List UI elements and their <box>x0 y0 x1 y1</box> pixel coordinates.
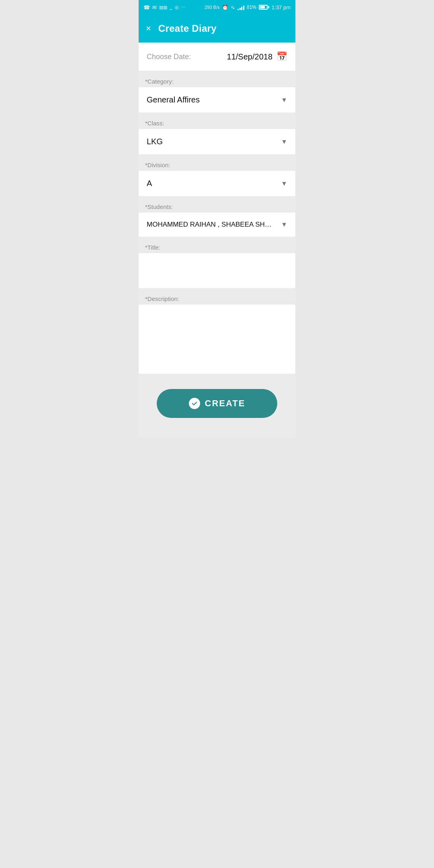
more-icon: ⋯ <box>181 5 186 10</box>
category-section: *Category: General Affires ▼ <box>139 74 295 113</box>
division-dropdown[interactable]: A ▼ <box>139 171 295 196</box>
alarm-icon: ⏰ <box>222 4 228 10</box>
students-dropdown-arrow: ▼ <box>281 221 287 228</box>
description-input[interactable] <box>145 310 289 366</box>
division-value: A <box>147 179 152 188</box>
create-button[interactable]: CREATE <box>157 389 278 418</box>
date-picker-row[interactable]: Choose Date: 11/Sep/2018 📅 <box>139 43 295 71</box>
status-bar: ☎ ✉ ▤▤ ⎯ ◎ ⋯ 293 B/s ⏰ ∿ 81% 1:37 pm <box>139 0 295 14</box>
check-icon <box>189 398 200 409</box>
battery-percent: 81% <box>247 4 256 10</box>
title-label: *Title: <box>139 240 295 253</box>
description-label: *Description: <box>139 291 295 305</box>
category-dropdown[interactable]: General Affires ▼ <box>139 87 295 113</box>
category-label: *Category: <box>139 74 295 87</box>
status-icons-left: ☎ ✉ ▤▤ ⎯ ◎ ⋯ <box>143 4 186 10</box>
division-section: *Division: A ▼ <box>139 158 295 196</box>
date-label: Choose Date: <box>147 53 191 61</box>
signal-icon <box>237 5 244 10</box>
description-section: *Description: <box>139 291 295 374</box>
division-dropdown-arrow: ▼ <box>281 180 287 187</box>
wifi-icon: ∿ <box>231 4 235 10</box>
description-input-container[interactable] <box>139 305 295 374</box>
close-button[interactable]: × <box>146 24 151 33</box>
date-value: 11/Sep/2018 <box>227 52 272 61</box>
class-dropdown-arrow: ▼ <box>281 138 287 145</box>
chat-icon: ✉ <box>152 4 157 10</box>
students-section: *Students: MOHAMMED RAIHAN , SHABEEA SHA… <box>139 199 295 237</box>
instagram-icon: ◎ <box>175 5 179 10</box>
status-icons-right: 293 B/s ⏰ ∿ 81% 1:37 pm <box>205 4 291 10</box>
title-section: *Title: <box>139 240 295 288</box>
category-value: General Affires <box>147 95 200 104</box>
division-label: *Division: <box>139 158 295 171</box>
network-speed: 293 B/s <box>205 5 219 10</box>
class-dropdown[interactable]: LKG ▼ <box>139 129 295 154</box>
title-input[interactable] <box>145 259 289 281</box>
voicemail-icon: ▤▤ <box>159 5 167 10</box>
status-time: 1:37 pm <box>272 4 291 10</box>
students-label: *Students: <box>139 199 295 213</box>
category-dropdown-arrow: ▼ <box>281 96 287 104</box>
date-value-container[interactable]: 11/Sep/2018 📅 <box>227 51 287 62</box>
class-section: *Class: LKG ▼ <box>139 116 295 154</box>
form-content: Choose Date: 11/Sep/2018 📅 *Category: Ge… <box>139 43 295 438</box>
page-title: Create Diary <box>158 23 217 34</box>
title-input-container[interactable] <box>139 253 295 288</box>
class-label: *Class: <box>139 116 295 129</box>
button-row: CREATE <box>139 377 295 426</box>
students-value: MOHAMMED RAIHAN , SHABEEA SHAR... <box>147 221 275 229</box>
class-value: LKG <box>147 137 163 146</box>
students-dropdown[interactable]: MOHAMMED RAIHAN , SHABEEA SHAR... ▼ <box>139 213 295 237</box>
app-bar: × Create Diary <box>139 14 295 43</box>
whatsapp-icon: ☎ <box>143 4 150 10</box>
mute-icon: ⎯ <box>170 5 172 10</box>
battery-icon <box>259 5 269 10</box>
calendar-icon: 📅 <box>276 51 287 62</box>
create-label: CREATE <box>205 398 246 409</box>
